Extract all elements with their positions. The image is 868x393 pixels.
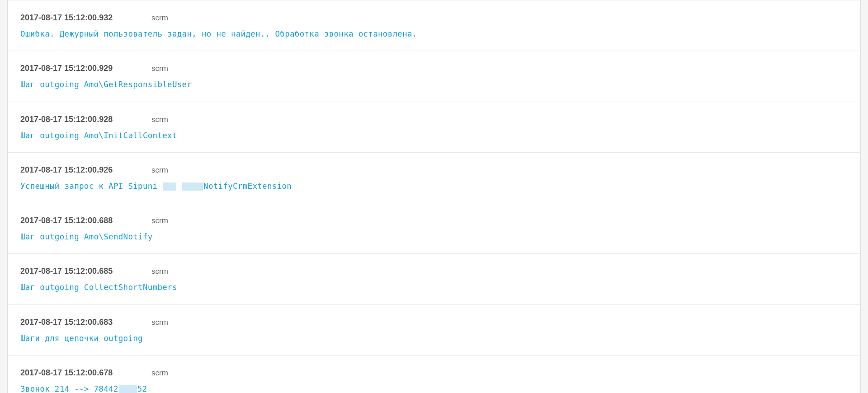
- redacted-segment: [182, 182, 203, 191]
- log-entry-header: 2017-08-17 15:12:00.683scrm: [20, 318, 860, 327]
- log-list: 2017-08-17 15:12:00.932scrmОшибка. Дежур…: [7, 0, 861, 393]
- log-message-text: Шаги для цепочки outgoing: [20, 334, 143, 343]
- log-timestamp: 2017-08-17 15:12:00.928: [20, 115, 151, 124]
- log-message: Звонок 214 --> 7844252: [20, 383, 860, 393]
- log-source: scrm: [151, 115, 168, 124]
- log-message: Шаг outgoing CollectShortNumbers: [20, 281, 860, 293]
- log-entry-header: 2017-08-17 15:12:00.926scrm: [20, 165, 860, 175]
- log-message-text: Шаг outgoing Amo\GetResponsibleUser: [20, 80, 192, 89]
- log-entry[interactable]: 2017-08-17 15:12:00.926scrmУспешный запр…: [8, 152, 860, 203]
- log-source: scrm: [151, 318, 168, 327]
- log-message-text: Шаг outgoing Amo\SendNotify: [20, 232, 153, 241]
- log-entry-header: 2017-08-17 15:12:00.932scrm: [20, 13, 860, 23]
- log-entry[interactable]: 2017-08-17 15:12:00.688scrmШаг outgoing …: [8, 203, 860, 253]
- log-message: Шаг outgoing Amo\InitCallContext: [20, 130, 860, 141]
- log-entry[interactable]: 2017-08-17 15:12:00.683scrmШаги для цепо…: [8, 304, 860, 355]
- log-source: scrm: [151, 369, 168, 378]
- log-message-text: NotifyCrmExtension: [203, 182, 292, 191]
- log-entry-header: 2017-08-17 15:12:00.685scrm: [20, 267, 860, 276]
- log-timestamp: 2017-08-17 15:12:00.926: [20, 165, 151, 175]
- log-timestamp: 2017-08-17 15:12:00.678: [20, 368, 151, 378]
- log-timestamp: 2017-08-17 15:12:00.688: [20, 216, 151, 225]
- log-timestamp: 2017-08-17 15:12:00.929: [20, 64, 151, 73]
- log-timestamp: 2017-08-17 15:12:00.932: [20, 13, 151, 23]
- log-message: Шаг outgoing Amo\GetResponsibleUser: [20, 79, 860, 90]
- log-message-text: Шаг outgoing CollectShortNumbers: [20, 283, 177, 292]
- log-source: scrm: [151, 267, 168, 276]
- log-entry[interactable]: 2017-08-17 15:12:00.678scrmЗвонок 214 --…: [8, 355, 860, 393]
- log-source: scrm: [151, 64, 168, 73]
- log-message-text: Звонок 214 --> 78442: [20, 384, 118, 393]
- log-message: Шаг outgoing Amo\SendNotify: [20, 231, 860, 243]
- log-message-text: 52: [137, 384, 147, 393]
- log-entry-header: 2017-08-17 15:12:00.929scrm: [20, 64, 860, 73]
- log-message-text: [177, 182, 182, 191]
- log-message-text: Ошибка. Дежурный пользователь задан, но …: [20, 29, 417, 38]
- log-entry-header: 2017-08-17 15:12:00.928scrm: [20, 115, 860, 124]
- log-timestamp: 2017-08-17 15:12:00.683: [20, 318, 151, 327]
- redacted-segment: [163, 182, 176, 191]
- log-message: Ошибка. Дежурный пользователь задан, но …: [20, 28, 860, 40]
- log-source: scrm: [151, 216, 168, 225]
- log-message-text: Успешный запрос к API Sipuni: [20, 182, 162, 191]
- log-message-text: Шаг outgoing Amo\InitCallContext: [20, 131, 177, 140]
- log-entry-header: 2017-08-17 15:12:00.688scrm: [20, 216, 860, 225]
- log-timestamp: 2017-08-17 15:12:00.685: [20, 267, 151, 276]
- log-message: Успешный запрос к API Sipuni NotifyCrmEx…: [20, 180, 860, 192]
- log-source: scrm: [151, 14, 168, 23]
- log-entry[interactable]: 2017-08-17 15:12:00.685scrmШаг outgoing …: [8, 253, 860, 304]
- log-source: scrm: [151, 166, 168, 175]
- log-entry[interactable]: 2017-08-17 15:12:00.932scrmОшибка. Дежур…: [8, 0, 860, 51]
- log-entry[interactable]: 2017-08-17 15:12:00.929scrmШаг outgoing …: [8, 51, 860, 101]
- log-entry[interactable]: 2017-08-17 15:12:00.928scrmШаг outgoing …: [8, 102, 860, 152]
- redacted-segment: [119, 385, 137, 393]
- log-entry-header: 2017-08-17 15:12:00.678scrm: [20, 368, 860, 378]
- log-message: Шаги для цепочки outgoing: [20, 332, 860, 344]
